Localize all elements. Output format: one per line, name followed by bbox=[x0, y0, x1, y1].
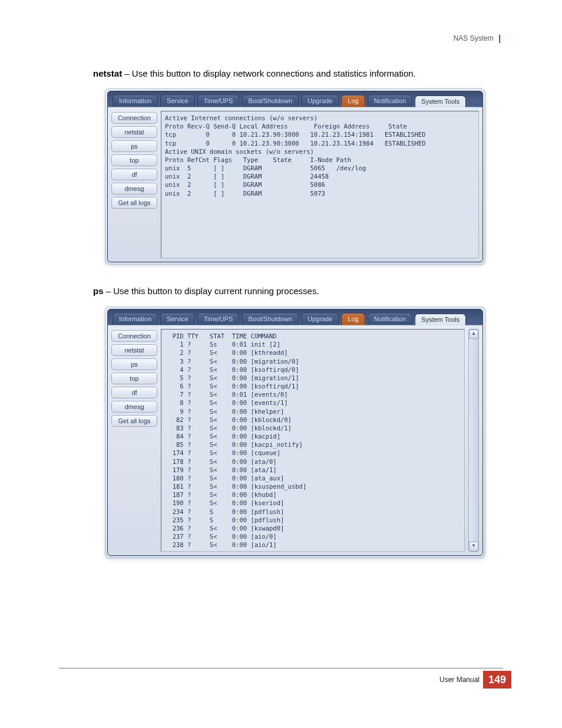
sidebtn-netstat[interactable]: netstat bbox=[111, 126, 157, 138]
sidebar-2: Connection netstat ps top df dmesg Get a… bbox=[111, 329, 157, 552]
tab2-notification[interactable]: Notification bbox=[368, 313, 412, 325]
tab-notification[interactable]: Notification bbox=[368, 95, 412, 107]
tab2-timeups[interactable]: Time/UPS bbox=[197, 313, 240, 325]
sidebtn2-top[interactable]: top bbox=[111, 373, 157, 384]
sidebtn-df[interactable]: df bbox=[111, 169, 157, 180]
tab-bootshutdown[interactable]: Boot/Shutdown bbox=[242, 95, 299, 107]
tab-systemtools[interactable]: System Tools bbox=[415, 95, 466, 107]
netstat-output: Active Internet connections (w/o servers… bbox=[161, 111, 479, 258]
tab2-log[interactable]: Log bbox=[341, 313, 365, 325]
tabbar-2: Information Service Time/UPS Boot/Shutdo… bbox=[108, 309, 482, 325]
scroll-up-icon[interactable]: ▲ bbox=[469, 330, 478, 339]
scroll-down-icon[interactable]: ▼ bbox=[469, 542, 478, 551]
netstat-title: netstat bbox=[93, 68, 122, 78]
sidebtn2-dmesg[interactable]: dmesg bbox=[111, 401, 157, 413]
tab2-upgrade[interactable]: Upgrade bbox=[301, 313, 339, 325]
netstat-desc: – Use this button to display network con… bbox=[122, 68, 416, 78]
sidebtn-connection[interactable]: Connection bbox=[111, 112, 157, 124]
tab-timeups[interactable]: Time/UPS bbox=[197, 95, 240, 107]
sidebtn2-df[interactable]: df bbox=[111, 387, 157, 398]
sidebtn2-netstat[interactable]: netstat bbox=[111, 344, 157, 356]
tab-upgrade[interactable]: Upgrade bbox=[301, 95, 339, 107]
sidebtn-dmesg[interactable]: dmesg bbox=[111, 183, 157, 195]
tab-information[interactable]: Information bbox=[113, 95, 158, 107]
tab-service[interactable]: Service bbox=[160, 95, 195, 107]
product-name: NAS System bbox=[454, 34, 494, 42]
tabbar-1: Information Service Time/UPS Boot/Shutdo… bbox=[108, 91, 482, 107]
sidebtn2-connection[interactable]: Connection bbox=[111, 330, 157, 342]
footer-divider bbox=[59, 668, 503, 668]
page-number: 149 bbox=[483, 671, 511, 689]
tab2-information[interactable]: Information bbox=[113, 313, 158, 325]
tab2-service[interactable]: Service bbox=[160, 313, 195, 325]
sidebtn2-ps[interactable]: ps bbox=[111, 358, 157, 370]
ps-output: PID TTY STAT TIME COMMAND 1 ? Ss 0:01 in… bbox=[161, 329, 465, 552]
sidebtn-getalllogs[interactable]: Get all logs bbox=[111, 197, 157, 209]
sidebtn-ps[interactable]: ps bbox=[111, 140, 157, 152]
header-accent-bar bbox=[499, 35, 500, 43]
tab2-systemtools[interactable]: System Tools bbox=[415, 314, 466, 325]
tab-log[interactable]: Log bbox=[341, 95, 365, 107]
scrollbar[interactable]: ▲ ▼ bbox=[468, 329, 479, 552]
sidebtn2-getalllogs[interactable]: Get all logs bbox=[111, 415, 157, 427]
tab2-bootshutdown[interactable]: Boot/Shutdown bbox=[242, 313, 299, 325]
sidebar-1: Connection netstat ps top df dmesg Get a… bbox=[111, 111, 157, 258]
footer-label: User Manual bbox=[439, 676, 480, 684]
ps-title: ps bbox=[93, 286, 104, 296]
ps-desc: – Use this button to display current run… bbox=[104, 286, 319, 296]
sidebtn-top[interactable]: top bbox=[111, 154, 157, 166]
